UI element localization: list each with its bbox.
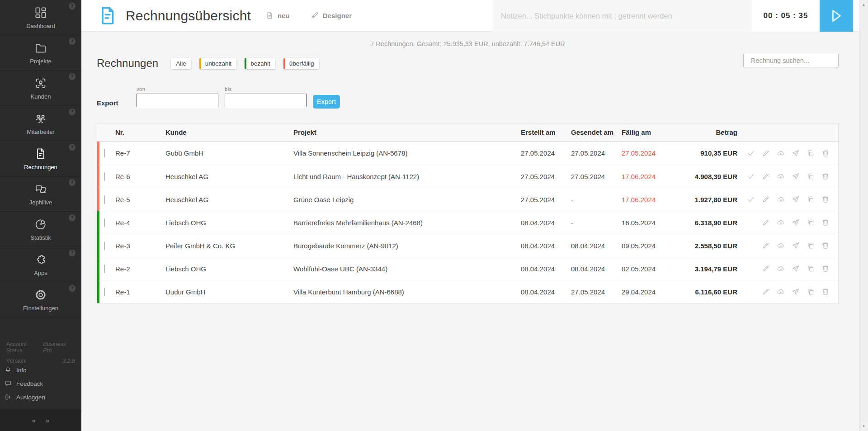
filter-chip-unbezahlt[interactable]: unbezahlt <box>199 58 237 69</box>
invoice-summary: 7 Rechnungen, Gesamt: 25.935,33 EUR, unb… <box>97 40 839 47</box>
invoice-document-icon <box>34 147 47 161</box>
duplicate-copy-icon[interactable] <box>806 287 815 296</box>
duplicate-copy-icon[interactable] <box>806 218 815 227</box>
sidebar-item-statistik[interactable]: ? Statistik <box>0 212 81 247</box>
invoice-sent-date: 08.04.2024 <box>571 242 622 250</box>
delete-trash-icon[interactable] <box>821 287 830 296</box>
help-badge-icon[interactable]: ? <box>69 214 75 221</box>
logout-icon <box>5 393 12 401</box>
duplicate-copy-icon[interactable] <box>806 172 815 181</box>
help-badge-icon[interactable]: ? <box>69 38 75 45</box>
help-badge-icon[interactable]: ? <box>69 109 75 115</box>
sidebar-item-jephilive[interactable]: ? Jephilive <box>0 176 81 212</box>
mark-paid-check-icon[interactable] <box>746 172 755 181</box>
send-plane-icon[interactable] <box>791 172 800 181</box>
download-cloud-icon[interactable] <box>776 195 785 204</box>
help-badge-icon[interactable]: ? <box>69 144 75 151</box>
designer-button[interactable]: Designer <box>311 11 352 20</box>
invoice-created-date: 27.05.2024 <box>521 173 571 180</box>
send-plane-icon[interactable] <box>791 195 800 204</box>
send-plane-icon[interactable] <box>791 218 800 227</box>
notes-input[interactable] <box>493 0 752 32</box>
row-checkbox[interactable] <box>104 218 105 227</box>
delete-trash-icon[interactable] <box>821 149 830 158</box>
help-badge-icon[interactable]: ? <box>69 73 75 80</box>
delete-trash-icon[interactable] <box>821 218 830 227</box>
invoice-customer: Uudur GmbH <box>165 288 293 296</box>
info-link[interactable]: Info <box>5 363 81 377</box>
table-body: Re-7 Gubü GmbH Villa Sonnenschein Leipzi… <box>97 142 838 303</box>
filter-chip-bezahlt[interactable]: bezahlt <box>245 58 275 69</box>
delete-trash-icon[interactable] <box>821 195 830 204</box>
help-badge-icon[interactable]: ? <box>69 3 75 9</box>
invoice-row[interactable]: Re-2 Liebsch OHG Wohlfühl-Oase UBC (AN-3… <box>97 257 838 280</box>
help-badge-icon[interactable]: ? <box>69 285 75 292</box>
invoice-created-date: 08.04.2024 <box>521 242 571 250</box>
delete-trash-icon[interactable] <box>821 264 830 273</box>
download-cloud-icon[interactable] <box>776 218 785 227</box>
download-cloud-icon[interactable] <box>776 241 785 250</box>
duplicate-copy-icon[interactable] <box>806 241 815 250</box>
edit-pencil-icon[interactable] <box>761 241 770 250</box>
mark-paid-check-icon[interactable] <box>746 195 755 204</box>
duplicate-copy-icon[interactable] <box>806 149 815 158</box>
logout-link[interactable]: Ausloggen <box>5 390 81 404</box>
help-badge-icon[interactable]: ? <box>69 250 75 256</box>
edit-pencil-icon[interactable] <box>761 218 770 227</box>
feedback-link[interactable]: Feedback <box>5 377 81 390</box>
invoice-row[interactable]: Re-6 Heuschkel AG Licht und Raum - Hausk… <box>97 165 838 188</box>
edit-pencil-icon[interactable] <box>761 264 770 273</box>
mark-paid-check-icon[interactable] <box>746 149 755 158</box>
sidebar-item-dashboard[interactable]: ? Dashboard <box>0 0 81 35</box>
send-plane-icon[interactable] <box>791 149 800 158</box>
download-cloud-icon[interactable] <box>776 287 785 296</box>
invoice-row[interactable]: Re-7 Gubü GmbH Villa Sonnenschein Leipzi… <box>97 142 838 165</box>
sidebar-item-mitarbeiter[interactable]: ? Mitarbeiter <box>0 106 81 141</box>
sidebar-item-projekte[interactable]: ? Projekte <box>0 35 81 71</box>
row-checkbox[interactable] <box>104 172 105 181</box>
sidebar-item-apps[interactable]: ? Apps <box>0 247 81 282</box>
invoice-customer: Liebsch OHG <box>165 219 293 227</box>
collapse-left-icon[interactable]: « <box>32 417 36 424</box>
export-button[interactable]: Export <box>313 95 340 109</box>
invoice-row[interactable]: Re-5 Heuschkel AG Grüne Oase Leipzig 27.… <box>97 188 838 211</box>
row-checkbox[interactable] <box>104 195 105 204</box>
invoice-search-input[interactable] <box>751 57 835 64</box>
send-plane-icon[interactable] <box>791 287 800 296</box>
edit-pencil-icon[interactable] <box>761 195 770 204</box>
delete-trash-icon[interactable] <box>821 241 830 250</box>
download-cloud-icon[interactable] <box>776 149 785 158</box>
sidebar-item-rechnungen[interactable]: ? Rechnungen <box>0 141 81 176</box>
delete-trash-icon[interactable] <box>821 172 830 181</box>
collapse-right-icon[interactable]: » <box>46 417 49 424</box>
new-invoice-button[interactable]: neu <box>265 11 290 20</box>
send-plane-icon[interactable] <box>791 264 800 273</box>
download-cloud-icon[interactable] <box>776 172 785 181</box>
sidebar-item-kunden[interactable]: ? Kunden <box>0 71 81 106</box>
scroll-up-icon[interactable]: ▲ <box>862 0 866 9</box>
timer-play-button[interactable] <box>820 0 853 32</box>
sidebar-item-einstellungen[interactable]: ? Einstellungen <box>0 282 81 317</box>
row-checkbox[interactable] <box>104 288 105 296</box>
help-badge-icon[interactable]: ? <box>69 179 75 186</box>
export-to-input[interactable] <box>225 94 307 107</box>
send-plane-icon[interactable] <box>791 241 800 250</box>
invoice-row[interactable]: Re-1 Uudur GmbH Villa Kunterbunt Hamburg… <box>97 280 838 303</box>
filter-chip-ueberfaellig[interactable]: überfällig <box>283 58 319 69</box>
row-checkbox[interactable] <box>104 265 105 273</box>
export-from-input[interactable] <box>137 94 218 107</box>
duplicate-copy-icon[interactable] <box>806 264 815 273</box>
edit-pencil-icon[interactable] <box>761 287 770 296</box>
scroll-down-icon[interactable]: ▼ <box>862 422 866 431</box>
invoice-row[interactable]: Re-4 Liebsch OHG Barrierefreies Mehrfami… <box>97 211 838 234</box>
row-checkbox[interactable] <box>104 149 105 157</box>
download-cloud-icon[interactable] <box>776 264 785 273</box>
filter-chip-alle[interactable]: Alle <box>171 58 191 69</box>
page-scrollbar[interactable]: ▲ ▼ <box>859 0 868 431</box>
edit-pencil-icon[interactable] <box>761 149 770 158</box>
main-area: Rechnungsübersicht neu Designer 00 : 05 … <box>81 0 859 431</box>
row-checkbox[interactable] <box>104 242 105 250</box>
duplicate-copy-icon[interactable] <box>806 195 815 204</box>
invoice-row[interactable]: Re-3 Peifer GmbH & Co. KG Bürogebäude Ko… <box>97 234 838 257</box>
edit-pencil-icon[interactable] <box>761 172 770 181</box>
